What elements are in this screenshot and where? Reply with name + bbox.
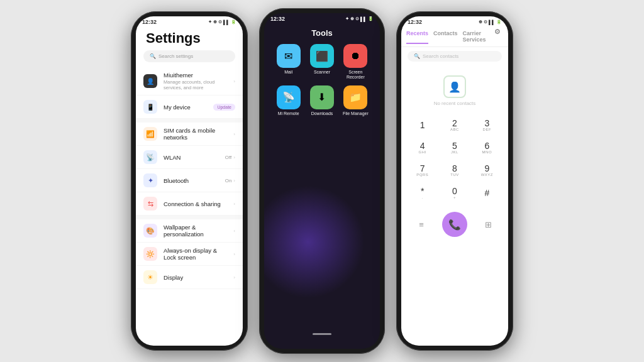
sim-right: › [233,131,235,137]
status-icons: ⊕⊙▌▌🔋 [479,19,502,25]
key-4-letters: GHI [419,150,426,154]
settings-item-alwayson[interactable]: 🔆 Always-on display & Lock screen › [136,243,243,266]
settings-item-wlan[interactable]: 📡 WLAN Off › [136,146,243,169]
downloads-icon: ⬇ [310,85,334,109]
key-9-letters: WXYZ [481,173,493,177]
key-5-num: 5 [452,141,457,150]
key-9-num: 9 [484,164,489,173]
display-text: Display [164,274,227,281]
key-6-letters: MNO [482,150,492,154]
app-scanner[interactable]: ⬛ Scanner [308,44,336,80]
key-7-num: 7 [420,164,425,173]
settings-title: Settings [136,26,243,50]
dialpad-key-1[interactable]: 1 [411,115,435,135]
grid-icon[interactable]: ⊞ [479,215,497,234]
dialpad-row-4: * . 0 + # [406,183,503,203]
dialer-tabs: Recents Contacts Carrier Services [401,26,508,47]
miuithemer-label: Miuithemer [164,72,227,79]
key-star-letters: . [422,195,423,199]
chevron-icon: › [233,251,235,257]
settings-item-mydevice[interactable]: 📱 My device Update [136,96,243,119]
settings-item-bluetooth[interactable]: ✦ Bluetooth On › [136,169,243,192]
settings-item-display[interactable]: ☀ Display › [136,266,243,289]
wlan-label: WLAN [164,154,219,161]
tab-recents[interactable]: Recents [406,29,428,44]
display-icon: ☀ [143,270,157,284]
miuithemer-sub: Manage accounts, cloud services, and mor… [164,79,227,90]
dialpad-key-9[interactable]: 9 WXYZ [475,160,499,180]
key-3-letters: DEF [483,128,492,131]
dialpad-key-hash[interactable]: # [475,183,499,203]
no-recents-section: 👤 No recent contacts [401,65,508,112]
mydevice-label: My device [164,104,207,111]
dialpad-key-6[interactable]: 6 MNO [475,138,499,158]
settings-item-wallpaper[interactable]: 🎨 Wallpaper & personalization › [136,219,243,243]
display-label: Display [164,274,227,281]
settings-list: 👤 Miuithemer Manage accounts, cloud serv… [136,67,243,289]
miremote-label: Mi Remote [278,111,299,116]
settings-gear-icon[interactable]: ⚙ [494,28,501,36]
key-star-num: * [421,187,424,195]
miuithemer-text: Miuithemer Manage accounts, cloud servic… [164,72,227,90]
wlan-status: Off [225,155,232,160]
app-miremote[interactable]: 📡 Mi Remote [274,85,303,116]
chevron-icon: › [233,201,235,207]
alwayson-label: Always-on display & Lock screen [164,247,227,261]
dialpad-key-5[interactable]: 5 JKL [443,138,467,158]
display-right: › [233,275,235,280]
home-indicator [313,333,331,335]
alwayson-text: Always-on display & Lock screen [164,247,227,261]
dialpad-key-3[interactable]: 3 DEF [475,115,499,135]
bluetooth-text: Bluetooth [164,177,219,184]
chevron-icon: › [233,79,235,84]
dialpad-key-star[interactable]: * . [411,183,435,203]
chevron-icon: › [233,131,235,137]
search-icon: 🔍 [414,53,420,59]
status-bar: 12:32 ✦⊕⊙▌▌🔋 [264,13,380,23]
key-8-num: 8 [452,164,457,173]
app-filemanager[interactable]: 📁 File Manager [341,85,370,116]
bluetooth-status: On [225,178,232,184]
settings-item-sim[interactable]: 📶 SIM cards & mobile networks › [136,123,243,146]
wallpaper-right: › [233,228,235,234]
key-8-letters: TUV [450,173,459,177]
dialpad-key-0[interactable]: 0 + [443,183,467,203]
app-mail[interactable]: ✉ Mail [274,44,303,80]
sim-icon: 📶 [143,127,157,141]
dialpad-key-7[interactable]: 7 PQRS [411,160,435,180]
wlan-icon: 📡 [143,150,157,164]
mydevice-text: My device [164,104,207,111]
key-3-num: 3 [484,119,489,128]
status-time: 12:32 [142,19,157,25]
call-button[interactable]: 📞 [442,212,467,237]
tab-contacts[interactable]: Contacts [433,29,458,44]
recorder-label: Screen Recorder [341,70,370,80]
connection-label: Connection & sharing [164,200,227,207]
status-time: 12:32 [408,19,422,25]
connection-right: › [233,201,235,207]
menu-icon[interactable]: ≡ [412,215,431,234]
wallpaper-icon: 🎨 [143,224,157,238]
key-1-num: 1 [420,121,425,129]
status-icons: ✦⊕⊙▌▌🔋 [208,19,236,25]
mydevice-right: Update [213,104,235,111]
sim-label: SIM cards & mobile networks [164,127,227,141]
dialpad-key-2[interactable]: 2 ABC [443,115,467,135]
scanner-label: Scanner [314,70,330,75]
settings-item-miuithemer[interactable]: 👤 Miuithemer Manage accounts, cloud serv… [136,67,243,96]
dialpad-key-8[interactable]: 8 TUV [443,160,467,180]
settings-item-connection[interactable]: ⇆ Connection & sharing › [136,192,243,216]
phone-tools: 12:32 ✦⊕⊙▌▌🔋 Tools ✉ Mail ⬛ Scanner ⏺ Sc… [259,8,385,354]
scanner-icon: ⬛ [310,44,334,68]
downloads-label: Downloads [311,111,333,116]
settings-search[interactable]: 🔍 Search settings [143,50,235,62]
dialer-search[interactable]: 🔍 Search contacts [408,51,502,62]
dialpad-key-4[interactable]: 4 GHI [411,138,435,158]
dialer-screen: 12:32 ⊕⊙▌▌🔋 ⚙ Recents Contacts Carrier S… [401,16,508,346]
key-6-num: 6 [484,141,489,150]
app-downloads[interactable]: ⬇ Downloads [308,85,336,116]
app-recorder[interactable]: ⏺ Screen Recorder [341,44,370,80]
dialpad-row-1: 1 2 ABC 3 DEF [406,115,503,135]
update-badge[interactable]: Update [213,104,235,111]
search-icon: 🔍 [150,53,156,59]
